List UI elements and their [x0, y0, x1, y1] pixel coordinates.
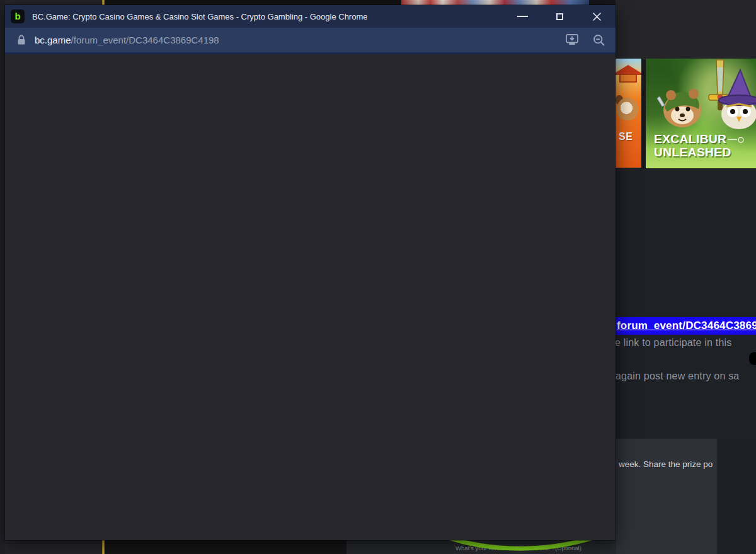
minimize-icon	[517, 16, 528, 17]
omnibox-actions	[564, 33, 605, 47]
prize-pool-text: week. Share the prize po	[619, 459, 713, 469]
maximize-icon	[556, 13, 563, 20]
selected-link-highlight: forum_event/DC3464C3869	[616, 317, 756, 335]
browser-viewport-loading[interactable]	[5, 54, 616, 540]
top-sliver-dark-right	[589, 0, 616, 5]
lock-icon[interactable]	[17, 35, 26, 45]
banner-game-excalibur[interactable]: EXCALIBUR UNLEASHED	[646, 59, 756, 169]
favicon-glyph: b	[14, 11, 20, 21]
top-sliver-dark	[105, 0, 401, 5]
banner-gap	[641, 59, 646, 169]
page-mid-right-background	[616, 168, 756, 439]
text-fragment-participate: e link to participate in this	[615, 337, 756, 349]
close-icon	[592, 12, 602, 21]
pagoda-body-art	[619, 74, 637, 83]
game-provider-logo-icon	[728, 137, 744, 143]
screenshot-root: SE	[0, 0, 756, 554]
url-host: bc.game	[35, 35, 71, 45]
banner-excalibur-line2: UNLEASHED	[654, 146, 731, 159]
maximize-button[interactable]	[541, 5, 578, 28]
banner-game-orange[interactable]: SE	[616, 59, 641, 168]
top-sliver-banner-art	[401, 0, 589, 5]
banner-orange-label: SE	[619, 131, 633, 142]
minimize-button[interactable]	[504, 5, 541, 28]
collapsed-widget-tab[interactable]	[749, 352, 756, 365]
url-text: bc.game/forum_event/DC3464C3869C4198	[35, 35, 219, 45]
prize-pool-panel: week. Share the prize po	[616, 439, 717, 554]
send-to-device-icon[interactable]	[564, 33, 580, 47]
address-bar[interactable]: bc.game/forum_event/DC3464C3869C4198	[5, 28, 616, 54]
close-button[interactable]	[578, 5, 616, 28]
browser-window: b BC.Game: Crypto Casino Games & Casino …	[5, 5, 616, 540]
text-fragment-post: again post new entry on sa	[616, 371, 756, 382]
window-title: BC.Game: Crypto Casino Games & Casino Sl…	[32, 12, 367, 21]
forum-event-link[interactable]: forum_event/DC3464C3869	[616, 320, 756, 332]
page-left-edge	[0, 0, 5, 554]
dog-character-art	[617, 98, 638, 120]
url-path: /forum_event/DC3464C3869C4198	[71, 35, 219, 45]
banner-excalibur-title: EXCALIBUR UNLEASHED	[654, 132, 731, 159]
banner-excalibur-line1: EXCALIBUR	[654, 132, 731, 146]
bcgame-favicon-icon: b	[11, 9, 25, 23]
page-top-right-background	[616, 0, 756, 59]
zoom-out-magnifier-icon[interactable]	[593, 34, 605, 47]
window-controls	[504, 5, 616, 28]
window-titlebar[interactable]: b BC.Game: Crypto Casino Games & Casino …	[5, 5, 616, 28]
